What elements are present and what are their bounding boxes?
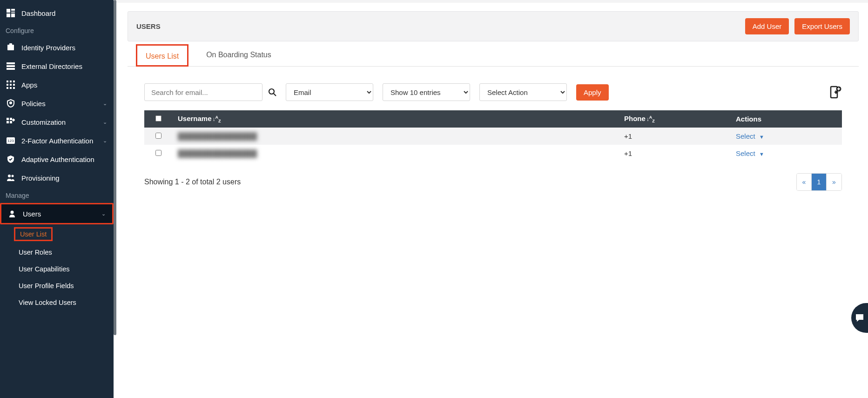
apply-button[interactable]: Apply xyxy=(576,84,609,101)
chevron-down-icon: ⌄ xyxy=(101,211,106,217)
sidebar-item-identity-providers[interactable]: Identity Providers xyxy=(0,38,114,57)
svg-rect-21 xyxy=(10,118,12,120)
sidebar-item-customization[interactable]: Customization ⌄ xyxy=(0,113,114,131)
sidebar-item-policies[interactable]: Policies ⌄ xyxy=(0,94,114,113)
sidebar-subitem-user-profile-fields[interactable]: User Profile Fields xyxy=(0,277,114,294)
caret-down-icon: ▼ xyxy=(759,151,764,157)
svg-rect-20 xyxy=(7,118,9,120)
tabs: Users List On Boarding Status xyxy=(128,42,859,67)
users-table-wrap: Username↓AZ Phone↓AZ Actions ███████████… xyxy=(128,110,859,162)
sidebar-subitem-view-locked-users[interactable]: View Locked Users xyxy=(0,294,114,311)
svg-rect-3 xyxy=(7,13,10,17)
action-select[interactable]: Select Action xyxy=(479,83,567,101)
svg-rect-10 xyxy=(7,81,8,82)
page-next-button[interactable]: » xyxy=(827,174,841,190)
page-1-button[interactable]: 1 xyxy=(812,174,827,190)
entries-select[interactable]: Show 10 entries xyxy=(383,83,470,101)
search-input[interactable] xyxy=(144,83,262,101)
svg-rect-7 xyxy=(7,62,15,64)
sidebar-item-label: Customization xyxy=(21,118,66,126)
chevron-down-icon: ⌄ xyxy=(103,119,107,125)
sort-icon: ↓AZ xyxy=(646,116,655,122)
add-user-button[interactable]: Add User xyxy=(745,18,789,34)
page-header: USERS Add User Export Users xyxy=(128,11,859,41)
col-label: Actions xyxy=(736,115,761,123)
sidebar-item-2fa[interactable]: 123 2-Factor Authentication ⌄ xyxy=(0,131,114,150)
sidebar-item-adaptive-auth[interactable]: Adaptive Authentication xyxy=(0,150,114,169)
field-select[interactable]: Email xyxy=(286,83,373,101)
page-title: USERS xyxy=(136,22,161,30)
svg-rect-2 xyxy=(11,12,15,13)
chevron-down-icon: ⌄ xyxy=(103,138,107,144)
row-action-label: Select xyxy=(736,132,755,140)
svg-point-28 xyxy=(12,175,14,177)
showing-text: Showing 1 - 2 of total 2 users xyxy=(144,178,241,186)
sidebar-item-users[interactable]: Users ⌄ xyxy=(0,203,114,224)
table-footer: Showing 1 - 2 of total 2 users « 1 » xyxy=(128,162,859,202)
users-icon xyxy=(8,209,16,218)
svg-rect-11 xyxy=(10,81,12,82)
sidebar-subitem-label: User Profile Fields xyxy=(19,282,74,290)
ext-dir-icon xyxy=(7,62,15,70)
svg-rect-8 xyxy=(7,65,15,67)
sidebar-section-manage: Manage xyxy=(0,187,114,203)
page-prev-label: « xyxy=(802,178,806,186)
sidebar-subitem-label: View Locked Users xyxy=(19,299,76,306)
users-table: Username↓AZ Phone↓AZ Actions ███████████… xyxy=(144,110,842,162)
chevron-down-icon: ⌄ xyxy=(103,101,107,107)
row-action-select[interactable]: Select ▼ xyxy=(736,132,764,140)
row-action-select[interactable]: Select ▼ xyxy=(736,149,764,157)
sidebar-subitem-user-list[interactable]: User List xyxy=(14,227,53,241)
tab-onboarding-status[interactable]: On Boarding Status xyxy=(203,42,274,66)
sidebar-item-label: Provisioning xyxy=(21,174,60,182)
select-all-header xyxy=(144,110,172,128)
svg-rect-0 xyxy=(7,9,10,13)
svg-rect-12 xyxy=(13,81,15,82)
svg-rect-13 xyxy=(7,84,8,86)
svg-point-29 xyxy=(11,211,14,214)
row-checkbox[interactable] xyxy=(155,133,161,139)
sidebar-subitem-user-capabilities[interactable]: User Capabilities xyxy=(0,261,114,277)
tab-users-list[interactable]: Users List xyxy=(136,44,188,67)
sidebar-item-label: External Directories xyxy=(21,62,82,70)
adaptive-auth-icon xyxy=(7,155,15,163)
sidebar-scrollbar[interactable] xyxy=(114,0,116,335)
customization-icon xyxy=(7,118,15,126)
sidebar-item-external-directories[interactable]: External Directories xyxy=(0,57,114,75)
svg-rect-23 xyxy=(7,121,9,123)
col-label: Username xyxy=(178,115,212,122)
sidebar-subitem-user-roles[interactable]: User Roles xyxy=(0,244,114,261)
actions-header: Actions xyxy=(730,110,842,128)
export-users-button[interactable]: Export Users xyxy=(794,18,850,34)
sidebar-item-apps[interactable]: Apps xyxy=(0,75,114,94)
table-row: ████████████████ +1 Select ▼ xyxy=(144,128,842,145)
svg-rect-15 xyxy=(13,84,15,86)
select-all-checkbox[interactable] xyxy=(155,115,161,121)
phone-header[interactable]: Phone↓AZ xyxy=(619,110,730,128)
col-label: Phone xyxy=(624,115,646,122)
twofa-icon: 123 xyxy=(7,136,15,145)
svg-rect-5 xyxy=(7,45,14,50)
sidebar-item-provisioning[interactable]: Provisioning xyxy=(0,169,114,187)
row-checkbox[interactable] xyxy=(155,150,161,156)
tab-label: On Boarding Status xyxy=(206,51,271,59)
svg-rect-14 xyxy=(10,84,12,86)
table-header-row: Username↓AZ Phone↓AZ Actions xyxy=(144,110,842,128)
username-header[interactable]: Username↓AZ xyxy=(172,110,619,128)
policies-icon xyxy=(7,99,15,108)
search-button[interactable] xyxy=(268,88,276,96)
svg-text:123: 123 xyxy=(7,139,14,143)
sidebar-item-label: Dashboard xyxy=(21,9,55,17)
page-current-label: 1 xyxy=(817,178,821,186)
sidebar-item-dashboard[interactable]: Dashboard xyxy=(0,4,114,22)
add-device-icon[interactable] xyxy=(829,86,842,99)
caret-down-icon: ▼ xyxy=(759,134,764,140)
username-cell: ████████████████ xyxy=(178,132,257,140)
sidebar-item-label: Policies xyxy=(21,100,46,108)
page-prev-button[interactable]: « xyxy=(797,174,812,190)
table-row: ████████████████ +1 Select ▼ xyxy=(144,145,842,162)
sidebar-item-label: Identity Providers xyxy=(21,44,75,52)
svg-point-27 xyxy=(8,175,11,177)
page-header-actions: Add User Export Users xyxy=(745,18,850,34)
pagination: « 1 » xyxy=(796,173,842,191)
